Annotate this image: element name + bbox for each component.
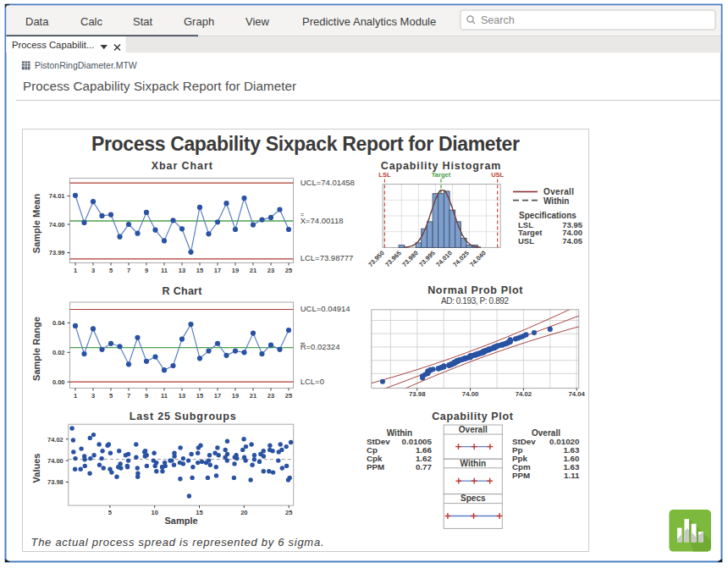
svg-text:13: 13 bbox=[179, 267, 185, 274]
svg-text:Data: Data bbox=[25, 15, 49, 28]
svg-text:74.04: 74.04 bbox=[568, 390, 585, 398]
svg-text:0.00: 0.00 bbox=[52, 378, 65, 386]
svg-text:Calc: Calc bbox=[80, 15, 103, 28]
svg-text:7: 7 bbox=[127, 267, 130, 274]
svg-text:Process Capability Sixpack Rep: Process Capability Sixpack Report for Di… bbox=[23, 79, 296, 93]
svg-text:Sample Mean: Sample Mean bbox=[31, 194, 41, 254]
svg-text:1: 1 bbox=[74, 392, 77, 400]
svg-text:25: 25 bbox=[285, 267, 292, 274]
svg-text:View: View bbox=[245, 15, 270, 28]
svg-text:=: = bbox=[301, 212, 304, 218]
svg-text:13: 13 bbox=[179, 392, 185, 400]
svg-text:Graph: Graph bbox=[184, 15, 214, 28]
svg-text:PPM: PPM bbox=[512, 471, 530, 480]
svg-text:19: 19 bbox=[232, 392, 239, 400]
svg-text:1.11: 1.11 bbox=[564, 471, 580, 480]
svg-text:Capability Histogram: Capability Histogram bbox=[381, 160, 501, 172]
svg-text:74.02: 74.02 bbox=[516, 390, 532, 398]
svg-text:3: 3 bbox=[91, 267, 95, 274]
svg-text:Capability Plot: Capability Plot bbox=[432, 411, 514, 422]
svg-text:Overall: Overall bbox=[543, 187, 574, 196]
svg-text:USL: USL bbox=[491, 171, 504, 179]
svg-text:73.98: 73.98 bbox=[47, 478, 63, 486]
svg-text:21: 21 bbox=[250, 267, 256, 274]
svg-text:UCL=0.04914: UCL=0.04914 bbox=[301, 304, 350, 313]
svg-text:21: 21 bbox=[250, 392, 256, 400]
svg-text:0.04: 0.04 bbox=[52, 319, 65, 327]
svg-text:Xbar Chart: Xbar Chart bbox=[152, 160, 213, 172]
svg-text:AD: 0.193, P: 0.892: AD: 0.193, P: 0.892 bbox=[441, 296, 509, 306]
svg-text:LCL=0: LCL=0 bbox=[301, 377, 324, 386]
svg-text:25: 25 bbox=[285, 392, 292, 400]
svg-text:Process Capability Sixpack Rep: Process Capability Sixpack Report for Di… bbox=[91, 133, 520, 155]
svg-text:X=74.00118: X=74.00118 bbox=[301, 216, 344, 225]
svg-text:74.00: 74.00 bbox=[49, 221, 65, 229]
svg-text:9: 9 bbox=[145, 267, 148, 274]
svg-text:10: 10 bbox=[152, 509, 158, 516]
svg-text:74.01: 74.01 bbox=[49, 192, 65, 200]
svg-text:11: 11 bbox=[161, 267, 168, 274]
svg-text:LCL=73.98777: LCL=73.98777 bbox=[301, 253, 354, 262]
svg-text:PistonRingDiameter.MTW: PistonRingDiameter.MTW bbox=[35, 60, 137, 70]
svg-text:Process Capabilit...: Process Capabilit... bbox=[12, 40, 94, 50]
svg-text:Specifications: Specifications bbox=[519, 211, 576, 220]
svg-text:LSL: LSL bbox=[378, 171, 391, 179]
svg-text:15: 15 bbox=[196, 392, 203, 400]
svg-text:5: 5 bbox=[109, 267, 113, 274]
svg-text:23: 23 bbox=[267, 392, 274, 400]
svg-text:11: 11 bbox=[161, 392, 168, 400]
svg-text:Search: Search bbox=[481, 14, 515, 26]
svg-text:0.02: 0.02 bbox=[52, 349, 65, 356]
svg-text:5: 5 bbox=[108, 509, 112, 516]
svg-text:Last 25 Subgroups: Last 25 Subgroups bbox=[130, 411, 236, 422]
svg-text:Normal Prob Plot: Normal Prob Plot bbox=[427, 284, 523, 296]
svg-text:15: 15 bbox=[196, 267, 203, 274]
svg-text:Overall: Overall bbox=[459, 425, 488, 434]
svg-text:Stat: Stat bbox=[133, 15, 153, 28]
svg-text:74.05: 74.05 bbox=[562, 236, 582, 245]
svg-text:19: 19 bbox=[232, 267, 239, 274]
svg-text:3: 3 bbox=[91, 392, 95, 400]
svg-text:17: 17 bbox=[214, 267, 221, 274]
svg-text:Within: Within bbox=[543, 196, 569, 206]
svg-text:The actual process spread is r: The actual process spread is represented… bbox=[31, 536, 324, 549]
svg-text:Target: Target bbox=[432, 171, 451, 179]
svg-text:25: 25 bbox=[285, 509, 292, 516]
svg-text:23: 23 bbox=[267, 267, 274, 274]
svg-text:7: 7 bbox=[127, 392, 130, 400]
svg-text:1: 1 bbox=[74, 267, 77, 274]
svg-text:73.98: 73.98 bbox=[409, 390, 426, 398]
svg-text:74.02: 74.02 bbox=[47, 436, 63, 444]
svg-text:Values: Values bbox=[31, 454, 41, 483]
svg-text:74.00: 74.00 bbox=[462, 390, 479, 398]
svg-text:17: 17 bbox=[214, 392, 221, 400]
svg-text:USL: USL bbox=[518, 236, 534, 245]
svg-text:74.00: 74.00 bbox=[47, 457, 63, 465]
svg-text:Specs: Specs bbox=[461, 494, 486, 503]
svg-text:20: 20 bbox=[240, 509, 247, 516]
svg-text:Within: Within bbox=[461, 459, 486, 468]
svg-text:R Chart: R Chart bbox=[163, 285, 203, 297]
svg-text:73.99: 73.99 bbox=[49, 249, 65, 256]
svg-text:UCL=74.01458: UCL=74.01458 bbox=[301, 178, 355, 187]
svg-text:Sample Range: Sample Range bbox=[31, 317, 41, 381]
svg-text:Predictive Analytics Module: Predictive Analytics Module bbox=[302, 15, 436, 28]
svg-text:PPM: PPM bbox=[367, 462, 384, 471]
svg-text:9: 9 bbox=[145, 392, 148, 400]
svg-text:Sample: Sample bbox=[164, 516, 197, 526]
svg-text:0.77: 0.77 bbox=[416, 462, 433, 471]
svg-text:R=0.02324: R=0.02324 bbox=[301, 342, 340, 351]
svg-text:5: 5 bbox=[109, 392, 113, 400]
